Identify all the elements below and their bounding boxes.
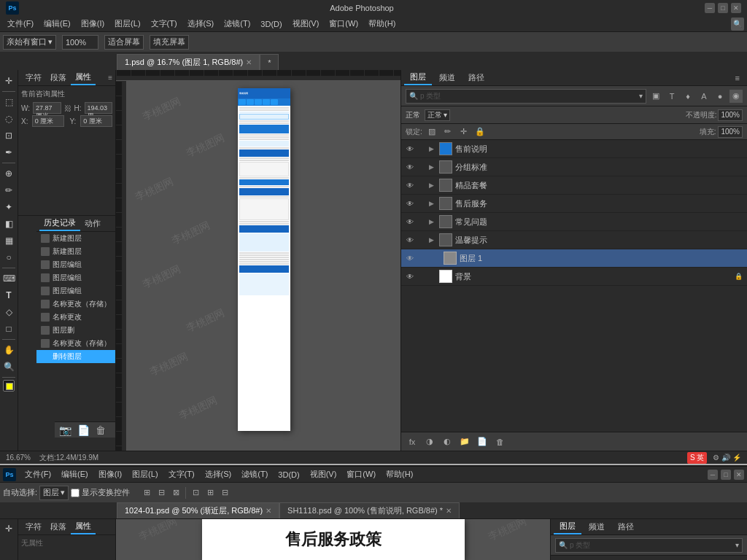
menu-select-bottom[interactable]: 选择(S) [201,467,236,481]
menu-help[interactable]: 帮助(H) [364,17,400,31]
dodge-tool[interactable]: ○ [1,249,17,265]
tab-char-bottom[interactable]: 字符 [21,520,46,534]
menu-edit-bottom[interactable]: 编辑(E) [57,467,93,481]
menu-image[interactable]: 图像(I) [77,17,109,31]
layer-expand-0[interactable]: ▶ [429,145,436,152]
tab-prop-bottom[interactable]: 属性 [71,519,96,534]
healing-tool[interactable]: ⊕ [1,166,17,182]
menu-help-bottom[interactable]: 帮助(H) [382,467,417,481]
maximize-button-bottom[interactable]: □ [721,470,731,480]
fill-screen-button[interactable]: 填充屏幕 [150,35,189,50]
menu-layer-bottom[interactable]: 图层(L) [128,467,162,481]
history-item-3[interactable]: 图层编组 [36,271,116,284]
align-left-btn[interactable]: ⊞ [140,486,153,499]
layers-icon-btn-1[interactable]: ▣ [649,90,662,103]
foreground-color[interactable] [3,380,15,392]
layer-eye-0[interactable]: 👁 [406,144,414,153]
layer-expand-2[interactable]: ▶ [429,182,436,189]
fill-input[interactable]: 100% [718,126,743,138]
menu-text[interactable]: 文字(T) [147,17,182,31]
menu-filter[interactable]: 滤镜(T) [220,17,255,31]
layer-expand-4[interactable]: ▶ [429,218,436,225]
distribute-right-btn[interactable]: ⊟ [218,486,231,499]
history-item-8[interactable]: 名称更改（存储） [36,337,116,350]
maximize-button[interactable]: □ [718,3,728,13]
layer-item-3[interactable]: 👁 ▶ 售后服务 [401,195,747,213]
menu-view-bottom[interactable]: 视图(V) [306,467,341,481]
workspace-dropdown[interactable]: 亲始有窗口 ▾ [3,35,56,50]
history-item-4[interactable]: 图层编组 [36,284,116,298]
menu-window-bottom[interactable]: 窗口(W) [342,467,380,481]
tab-close-icon[interactable]: ✕ [246,58,252,66]
history-item-7[interactable]: 图层删 [36,324,116,337]
transform-checkbox[interactable] [71,489,80,497]
layer-item-0[interactable]: 👁 ▶ 售前说明 [401,140,747,158]
layer-item-6[interactable]: 👁 图层 1 [401,249,747,268]
lasso-tool[interactable]: ◌ [1,111,17,127]
pen-tool[interactable]: ⌨ [1,271,17,287]
layer-delete-button[interactable]: 🗑 [493,435,506,448]
history-item-9[interactable]: 删转图层 [36,350,116,363]
history-item-1[interactable]: 新建图层 [36,245,116,258]
panel-close-button[interactable]: ≡ [108,74,112,82]
layer-eye-4[interactable]: 👁 [406,217,414,226]
lock-position-btn[interactable]: ✛ [457,125,471,139]
menu-text-bottom[interactable]: 文字(T) [164,467,199,481]
fit-screen-button[interactable]: 适合屏幕 [104,35,144,50]
history-new-icon[interactable]: 📄 [77,424,90,436]
history-delete-icon[interactable]: 🗑 [96,424,106,436]
opacity-input[interactable]: 100% [718,109,743,121]
history-camera-icon[interactable]: 📷 [59,424,71,436]
move-tool[interactable]: ✛ [1,73,17,89]
layer-item-4[interactable]: 👁 ▶ 常见问题 [401,213,747,231]
menu-3d-bottom[interactable]: 3D(D) [274,469,303,481]
clone-tool[interactable]: ✦ [1,199,17,215]
align-right-btn[interactable]: ⊠ [169,486,182,499]
layer-item-2[interactable]: 👁 ▶ 精品套餐 [401,176,747,195]
lock-image-btn[interactable]: ✏ [441,125,454,139]
tab-close-bottom-2[interactable]: ✕ [446,507,452,515]
layers-icon-btn-2[interactable]: T [665,90,678,103]
zoom-input[interactable]: 100% [62,35,98,50]
layer-group-button[interactable]: 📁 [458,435,471,448]
width-input[interactable]: 27.87 厘米 [33,102,61,114]
layer-eye-6[interactable]: 👁 [406,254,414,262]
tab-paths[interactable]: 路径 [462,71,490,85]
tab-para-bottom[interactable]: 段落 [46,520,71,534]
distribute-left-btn[interactable]: ⊡ [189,486,202,499]
layer-expand-3[interactable]: ▶ [429,200,436,207]
lock-transparency-btn[interactable]: ▨ [425,125,438,139]
tab-paths-bottom[interactable]: 路径 [612,520,640,534]
layer-item-7[interactable]: 👁 背景 🔒 [401,268,747,286]
layer-item-1[interactable]: 👁 ▶ 分组标准 [401,158,747,176]
layer-mask-button[interactable]: ◑ [423,435,436,448]
layers-icon-btn-4[interactable]: A [697,90,711,103]
menu-image-bottom[interactable]: 图像(I) [94,467,126,481]
layer-expand-5[interactable]: ▶ [429,236,436,244]
crop-tool[interactable]: ⊡ [1,128,17,144]
tab-bottom-2[interactable]: SH1118.psd @ 100% (售前说明, RGB/8#) * ✕ [279,502,460,518]
layer-adjustment-button[interactable]: ◐ [441,435,454,448]
tab-psd-secondary[interactable]: * [260,54,279,70]
menu-file-bottom[interactable]: 文件(F) [20,467,55,481]
minimize-button[interactable]: ─ [705,3,715,13]
text-tool[interactable]: T [1,287,17,303]
layers-icon-btn-3[interactable]: ♦ [681,90,694,103]
tab-properties[interactable]: 属性 [71,70,96,85]
history-item-5[interactable]: 名称更改（存储） [36,298,116,311]
layer-eye-7[interactable]: 👁 [406,272,414,281]
eraser-tool[interactable]: ◧ [1,216,17,232]
layers-panel-menu[interactable]: ≡ [731,74,744,82]
layer-eye-5[interactable]: 👁 [406,236,414,244]
history-item-0[interactable]: 新建图层 [36,232,116,245]
eyedropper-tool[interactable]: ✒ [1,144,17,160]
tab-bottom-1[interactable]: 1024-01.psd @ 50% (渐近层, RGB/8#) ✕ [117,502,279,518]
brush-tool[interactable]: ✏ [1,182,17,198]
path-tool[interactable]: ◇ [1,304,17,320]
menu-edit[interactable]: 编辑(E) [39,17,75,31]
zoom-tool[interactable]: 🔍 [1,359,17,375]
layer-expand-1[interactable]: ▶ [429,163,436,171]
tab-paragraph[interactable]: 段落 [46,71,71,85]
tab-channels[interactable]: 频道 [433,71,461,85]
tab-history[interactable]: 历史记录 [39,216,80,231]
